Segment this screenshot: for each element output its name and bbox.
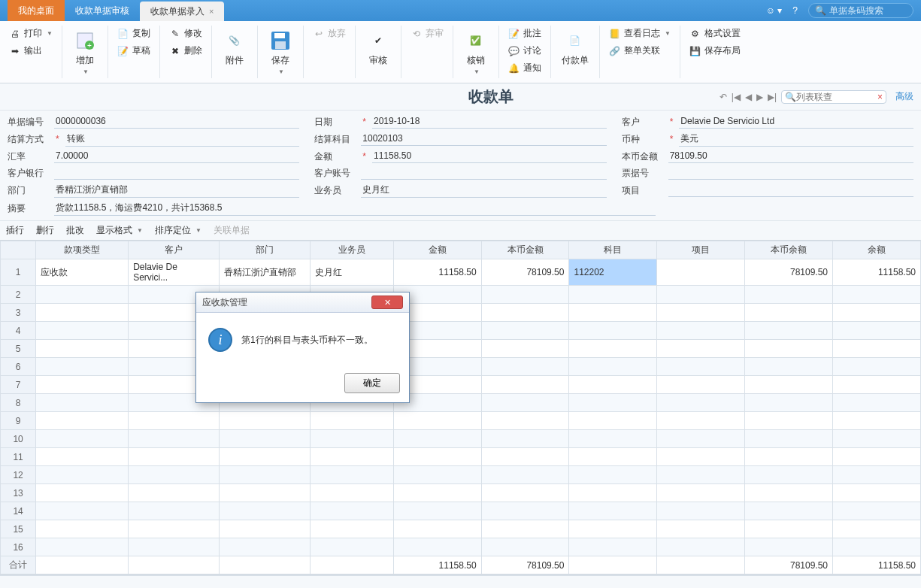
draft-button[interactable]: 📝草稿 <box>114 43 153 59</box>
cust-acct-field[interactable] <box>361 166 606 180</box>
cell-local-amount[interactable]: 78109.50 <box>481 259 569 286</box>
clear-icon[interactable]: × <box>877 92 883 102</box>
local-amount-field[interactable]: 78109.50 <box>668 150 913 163</box>
col-header[interactable]: 科目 <box>569 241 657 259</box>
table-row[interactable]: 2 <box>1 286 921 304</box>
col-header[interactable]: 本币金额 <box>481 241 569 259</box>
table-row[interactable]: 14 <box>1 502 921 520</box>
settle-type-field[interactable]: 转账 <box>65 132 300 147</box>
list-search[interactable]: 🔍 × <box>781 90 886 104</box>
dialog-ok-button[interactable]: 确定 <box>344 373 400 393</box>
table-row[interactable]: 4 <box>1 322 921 340</box>
col-header[interactable]: 本币余额 <box>745 241 833 259</box>
print-button[interactable]: 🖨打印▼ <box>6 26 56 41</box>
cell-subject[interactable]: 112202 <box>569 259 657 286</box>
list-search-input[interactable] <box>796 92 877 102</box>
dialog-close-button[interactable]: ✕ <box>371 296 403 309</box>
pay-bill-button[interactable]: 📄付款单 <box>557 26 593 70</box>
col-header[interactable]: 款项类型 <box>36 241 129 259</box>
advanced-link[interactable]: 高级 <box>895 90 913 103</box>
table-row[interactable]: 6 <box>1 358 921 376</box>
col-header[interactable]: 部门 <box>220 241 311 259</box>
date-field[interactable]: 2019-10-18 <box>372 115 607 129</box>
undo-icon[interactable]: ↶ <box>720 92 727 102</box>
table-row[interactable]: 3 <box>1 304 921 322</box>
summary-field[interactable]: 货款11158.5，海运费4210，共计15368.5 <box>54 201 656 216</box>
batch-annotate-button[interactable]: 📝批注 <box>505 26 544 41</box>
save-layout-button[interactable]: 💾保存布局 <box>686 43 744 59</box>
col-header[interactable]: 业务员 <box>311 241 394 259</box>
output-button[interactable]: ➡输出 <box>6 43 56 59</box>
table-row[interactable]: 8 <box>1 394 921 412</box>
tab-entry[interactable]: 收款单据录入 × <box>140 2 224 21</box>
cust-bank-field[interactable] <box>54 166 299 180</box>
barcode-search-input[interactable] <box>829 5 907 16</box>
cell-operator[interactable]: 史月红 <box>311 259 394 286</box>
table-row[interactable]: 7 <box>1 376 921 394</box>
close-icon[interactable]: × <box>209 7 214 16</box>
last-icon[interactable]: ▶| <box>768 92 777 102</box>
table-row[interactable]: 5 <box>1 340 921 358</box>
detail-grid[interactable]: 款项类型客户部门业务员金额本币金额科目项目本币余额余额 1应收款Delavie … <box>0 241 921 574</box>
abandon-button[interactable]: ↩放弃 <box>310 26 349 41</box>
delete-button[interactable]: ✖删除 <box>166 43 205 59</box>
col-header[interactable]: 余额 <box>833 241 921 259</box>
col-header[interactable]: 客户 <box>129 241 220 259</box>
delete-row-button[interactable]: 删行 <box>36 224 54 237</box>
cell-customer[interactable]: Delavie De Servici... <box>129 259 220 286</box>
barcode-search[interactable]: 🔍 <box>808 3 913 18</box>
copy-button[interactable]: 📄复制 <box>114 26 153 41</box>
modify-button[interactable]: ✎修改 <box>166 26 205 41</box>
cell-balance[interactable]: 11158.50 <box>833 259 921 286</box>
table-row[interactable]: 12 <box>1 466 921 484</box>
error-dialog: 应收款管理 ✕ i 第1行的科目与表头币种不一致。 确定 <box>195 292 410 403</box>
add-button[interactable]: + 增加▼ <box>68 26 101 78</box>
table-row[interactable]: 15 <box>1 520 921 538</box>
save-button[interactable]: 保存▼ <box>264 26 297 78</box>
customer-field[interactable]: Delavie De Servicio Ltd <box>679 115 913 129</box>
cell-local-balance[interactable]: 78109.50 <box>745 259 833 286</box>
batch-modify-button[interactable]: 批改 <box>66 224 84 237</box>
settle-subj-field[interactable]: 10020103 <box>361 132 606 146</box>
format-set-button[interactable]: ⚙格式设置 <box>686 26 744 41</box>
help-icon[interactable]: ? <box>792 5 798 16</box>
cell-type[interactable]: 应收款 <box>36 259 129 286</box>
smile-icon[interactable]: ☺ ▾ <box>766 5 783 16</box>
attach-button[interactable]: 📎附件 <box>218 26 251 70</box>
table-row[interactable]: 13 <box>1 484 921 502</box>
discuss-button[interactable]: 💬讨论 <box>505 43 544 59</box>
display-format-button[interactable]: 显示格式▼ <box>96 224 143 237</box>
whole-link-button[interactable]: 🔗整单关联 <box>606 43 674 59</box>
tab-audit[interactable]: 收款单据审核 <box>65 0 140 21</box>
note-no-field[interactable] <box>668 166 913 180</box>
table-row[interactable]: 10 <box>1 430 921 448</box>
dept-field[interactable]: 香精江浙沪直销部 <box>54 183 299 198</box>
rate-field[interactable]: 7.00000 <box>54 150 299 163</box>
doc-no-field[interactable]: 0000000036 <box>54 115 299 129</box>
deaudit-button[interactable]: ⟲弃审 <box>407 26 447 41</box>
audit-button[interactable]: ✔审核 <box>362 26 395 70</box>
table-row[interactable]: 16 <box>1 538 921 556</box>
cell-dept[interactable]: 香精江浙沪直销部 <box>220 259 311 286</box>
table-row[interactable]: 11 <box>1 448 921 466</box>
insert-row-button[interactable]: 插行 <box>6 224 24 237</box>
currency-field[interactable]: 美元 <box>679 132 913 147</box>
tab-desktop[interactable]: 我的桌面 <box>8 0 65 21</box>
col-header[interactable]: 项目 <box>657 241 745 259</box>
col-header[interactable] <box>1 241 36 259</box>
next-icon[interactable]: ▶ <box>756 92 763 102</box>
amount-field[interactable]: 11158.50 <box>372 150 607 163</box>
project-field[interactable] <box>668 183 913 197</box>
first-icon[interactable]: |◀ <box>732 92 741 102</box>
notify-button[interactable]: 🔔通知 <box>505 60 544 76</box>
operator-field[interactable]: 史月红 <box>361 183 606 198</box>
link-doc-button[interactable]: 关联单据 <box>214 224 250 237</box>
verify-button[interactable]: ✅核销▼ <box>459 26 492 78</box>
table-row[interactable]: 9 <box>1 412 921 430</box>
cell-project[interactable] <box>657 259 745 286</box>
prev-icon[interactable]: ◀ <box>745 92 752 102</box>
col-header[interactable]: 金额 <box>393 241 481 259</box>
view-log-button[interactable]: 📒查看日志▼ <box>606 26 674 41</box>
cell-amount[interactable]: 11158.50 <box>393 259 481 286</box>
sort-position-button[interactable]: 排序定位▼ <box>155 224 201 237</box>
